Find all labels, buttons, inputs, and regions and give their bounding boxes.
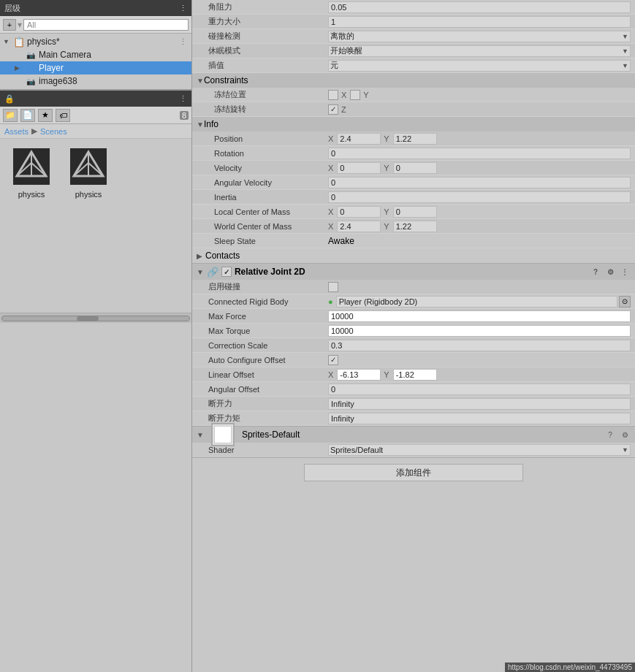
assets-tag-btn[interactable]: 🏷 xyxy=(56,109,70,122)
sprites-help-btn[interactable]: ? xyxy=(604,429,616,440)
constraints-header[interactable]: ▼ Constraints xyxy=(192,73,635,88)
info-header[interactable]: ▼ Info xyxy=(192,117,635,131)
collision-detection-dropdown[interactable]: 离散的 ▼ xyxy=(328,31,631,42)
assets-content: physics physics xyxy=(0,139,191,313)
connected-body-picker-btn[interactable]: ⊙ xyxy=(619,296,631,308)
rotation-input[interactable] xyxy=(328,148,631,159)
max-torque-input[interactable] xyxy=(328,325,631,337)
angular-offset-input[interactable] xyxy=(328,383,631,395)
tree-item-player[interactable]: ▶ ■ Player xyxy=(0,61,191,75)
inertia-input[interactable] xyxy=(328,191,631,203)
sprite-toggle-icon[interactable]: ▼ xyxy=(197,431,204,439)
sleep-mode-dropdown[interactable]: 开始唤醒 ▼ xyxy=(328,45,631,57)
interpolate-dropdown[interactable]: 元 ▼ xyxy=(328,60,631,72)
auto-configure-checkbox[interactable]: ✓ xyxy=(328,355,338,365)
dropdown-arrow-interpolate: ▼ xyxy=(622,62,628,69)
player-green-dot: ● xyxy=(328,297,333,306)
breadcrumb-sep: ▶ xyxy=(31,126,37,136)
inertia-value xyxy=(328,191,631,203)
gravity-label: 重力大小 xyxy=(197,16,328,27)
break-torque-input[interactable] xyxy=(328,413,631,424)
add-component-button[interactable]: 添加组件 xyxy=(304,464,523,481)
tree-item-main-camera[interactable]: ▶ 📷 Main Camera xyxy=(0,48,191,61)
angular-offset-value xyxy=(328,383,631,395)
freeze-z-checkbox[interactable]: ✓ xyxy=(328,104,338,115)
shader-dropdown-arrow: ▼ xyxy=(622,446,628,454)
relative-joint-toggle[interactable]: ▼ xyxy=(197,268,204,276)
asset-item-physics[interactable]: physics xyxy=(6,145,57,199)
sprites-actions: ? ⚙ xyxy=(604,429,631,440)
interpolate-label: 插值 xyxy=(197,60,328,71)
connected-body-input[interactable]: Player (Rigidbody 2D) xyxy=(336,296,617,308)
angular-drag-value xyxy=(328,1,631,13)
hierarchy-search-input[interactable] xyxy=(23,19,189,31)
left-panel: 层级 ⋮ + ▾ ▼ 📋 physics* ⋮ ▶ 📷 Main Camera xyxy=(0,0,192,672)
sleep-mode-value: 开始唤醒 ▼ xyxy=(328,45,631,57)
assets-file-btn[interactable]: 📄 xyxy=(20,109,35,122)
interpolate-row: 插值 元 ▼ xyxy=(192,58,635,73)
velocity-x-input[interactable] xyxy=(337,162,381,174)
sleep-state-row: Sleep State Awake xyxy=(192,234,635,248)
rotation-value xyxy=(328,148,631,159)
local-com-label: Local Center of Mass xyxy=(197,207,328,216)
enable-collision-checkbox[interactable] xyxy=(328,282,338,292)
tree-item-image638[interactable]: ▶ 📷 image638 xyxy=(0,75,191,88)
angular-velocity-value xyxy=(328,177,631,188)
angular-velocity-input[interactable] xyxy=(328,177,631,188)
relative-joint-title: Relative Joint 2D xyxy=(235,267,305,277)
hierarchy-panel: 层级 ⋮ + ▾ ▼ 📋 physics* ⋮ ▶ 📷 Main Camera xyxy=(0,0,191,89)
correction-scale-row: Correction Scale xyxy=(192,338,635,353)
relative-joint-help-btn[interactable]: ? xyxy=(590,266,601,278)
position-x-input[interactable] xyxy=(337,133,381,145)
assets-star-btn[interactable]: ★ xyxy=(38,109,53,122)
contacts-row[interactable]: ▶ Contacts xyxy=(192,248,635,263)
hierarchy-add-button[interactable]: + xyxy=(3,19,16,31)
world-com-y-input[interactable] xyxy=(393,221,437,232)
unity-icon-physics2 xyxy=(70,148,107,185)
relative-joint-enable-checkbox[interactable]: ✓ xyxy=(221,267,232,277)
velocity-y-input[interactable] xyxy=(393,162,437,174)
break-force-input[interactable] xyxy=(328,398,631,410)
local-com-y-input[interactable] xyxy=(393,206,437,218)
shader-dropdown[interactable]: Sprites/Default ▼ xyxy=(328,444,631,456)
breadcrumb-scenes[interactable]: Scenes xyxy=(40,127,67,136)
world-com-value: X Y xyxy=(328,221,631,232)
relative-joint-actions: ? ⚙ ⋮ xyxy=(590,266,631,278)
relative-joint-settings-btn[interactable]: ⚙ xyxy=(604,266,616,278)
inertia-label: Inertia xyxy=(197,193,328,202)
freeze-y-checkbox[interactable] xyxy=(350,90,360,100)
contacts-toggle-icon: ▶ xyxy=(197,252,202,260)
max-force-input[interactable] xyxy=(328,310,631,322)
gravity-row: 重力大小 xyxy=(192,15,635,29)
max-torque-value xyxy=(328,325,631,337)
linear-offset-x-input[interactable] xyxy=(337,369,381,381)
velocity-value: X Y xyxy=(328,162,631,174)
assets-toolbar: 📁 📄 ★ 🏷 8 xyxy=(0,107,191,124)
sleep-mode-row: 休眠模式 开始唤醒 ▼ xyxy=(192,44,635,58)
asset-item-physics2[interactable]: physics xyxy=(63,145,114,199)
constraints-toggle-icon: ▼ xyxy=(197,77,204,85)
assets-folder-btn[interactable]: 📁 xyxy=(3,109,18,122)
break-torque-value xyxy=(328,413,631,424)
info-toggle-icon: ▼ xyxy=(197,121,204,129)
world-com-x-input[interactable] xyxy=(337,221,381,232)
assets-scrollbar[interactable] xyxy=(0,313,191,323)
freeze-x-checkbox[interactable] xyxy=(328,90,338,100)
dropdown-arrow-collision: ▼ xyxy=(622,33,628,40)
correction-scale-input[interactable] xyxy=(328,340,631,351)
angular-velocity-row: Angular Velocity xyxy=(192,175,635,190)
local-com-x-input[interactable] xyxy=(337,206,381,218)
sprites-settings-btn[interactable]: ⚙ xyxy=(619,429,631,440)
world-com-x-label: X xyxy=(328,222,333,231)
freeze-z-label: Z xyxy=(341,105,346,114)
scrollbar-thumb[interactable] xyxy=(77,316,99,321)
linear-offset-y-input[interactable] xyxy=(393,369,437,381)
breadcrumb-assets[interactable]: Assets xyxy=(4,127,28,136)
angular-drag-input[interactable] xyxy=(328,1,631,13)
gravity-input[interactable] xyxy=(328,16,631,28)
tree-item-physics[interactable]: ▼ 📋 physics* ⋮ xyxy=(0,35,191,48)
linear-offset-value: X Y xyxy=(328,369,631,381)
position-y-label: Y xyxy=(384,134,389,143)
position-y-input[interactable] xyxy=(393,133,437,145)
relative-joint-more-btn[interactable]: ⋮ xyxy=(619,266,631,278)
